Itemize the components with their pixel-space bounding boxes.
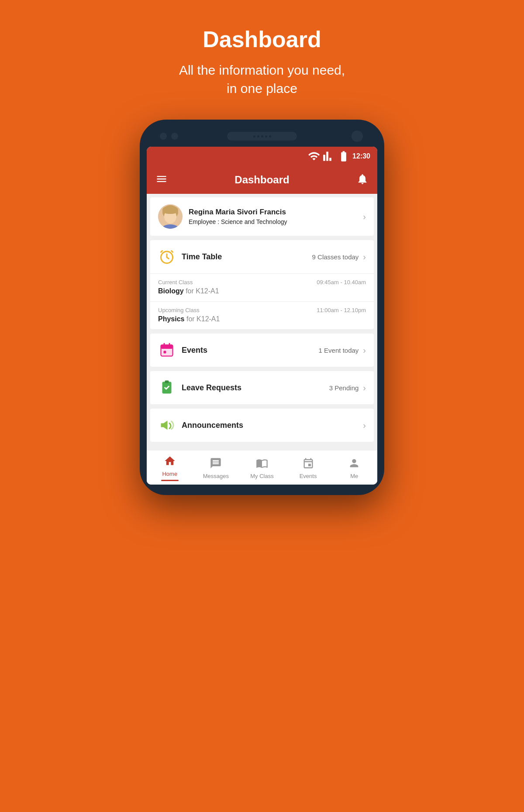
announcements-icon [158, 416, 176, 434]
svg-rect-3 [162, 206, 178, 214]
events-icon [158, 341, 176, 359]
leave-requests-section: Leave Requests 3 Pending › [150, 371, 374, 404]
app-bar-title: Dashboard [234, 174, 289, 186]
myclass-icon [256, 457, 268, 471]
nav-me-label: Me [350, 473, 358, 479]
upcoming-class-row: Upcoming Class 11:00am - 12.10pm [158, 307, 366, 313]
page-subtitle: All the information you need, in one pla… [179, 61, 345, 98]
user-chevron-icon: › [363, 212, 366, 222]
events-title: Events [182, 346, 319, 355]
nav-me[interactable]: Me [331, 457, 377, 479]
announcements-section: Announcements › [150, 409, 374, 442]
events-header[interactable]: Events 1 Event today › [150, 334, 374, 367]
announcements-header[interactable]: Announcements › [150, 409, 374, 442]
leave-requests-chevron-icon: › [363, 383, 366, 393]
events-section: Events 1 Event today › [150, 334, 374, 367]
nav-events[interactable]: Events [285, 457, 331, 479]
timetable-icon [158, 248, 176, 265]
user-info: Regina Maria Sivori Francis Employee : S… [189, 208, 363, 225]
nav-messages[interactable]: Messages [193, 457, 239, 479]
events-chevron-icon: › [363, 345, 366, 355]
sensor-2 [171, 133, 178, 140]
events-count: 1 Event today [319, 347, 359, 354]
home-icon [164, 455, 176, 469]
nav-myclass-label: My Class [250, 473, 273, 479]
svg-rect-11 [164, 351, 166, 354]
user-role: Employee : Science and Technology [189, 218, 363, 225]
user-avatar [158, 204, 183, 229]
upcoming-class-label: Upcoming Class [158, 307, 200, 313]
phone-screen: 12:30 Dashboard [147, 147, 377, 485]
page-title: Dashboard [179, 26, 345, 52]
upcoming-class-time: 11:00am - 12.10pm [317, 307, 366, 313]
phone-speaker [227, 132, 297, 141]
current-class-name: Biology for K12-A1 [158, 287, 366, 295]
phone-sensors [160, 133, 178, 140]
nav-events-label: Events [300, 473, 317, 479]
svg-marker-14 [161, 421, 168, 430]
battery-icon [338, 150, 350, 162]
messages-icon [210, 457, 222, 471]
hamburger-icon[interactable] [155, 173, 168, 187]
app-bar: Dashboard [147, 166, 377, 194]
nav-home-label: Home [162, 471, 177, 477]
phone-shell: 12:30 Dashboard [140, 120, 384, 495]
wifi-icon [308, 150, 320, 162]
current-class-for: for K12-A1 [186, 287, 219, 295]
upcoming-class-item[interactable]: Upcoming Class 11:00am - 12.10pm Physics… [150, 301, 374, 329]
leave-requests-title: Leave Requests [182, 383, 329, 392]
status-bar: 12:30 [147, 147, 377, 166]
announcements-chevron-icon: › [363, 420, 366, 430]
upcoming-class-for: for K12-A1 [186, 315, 220, 323]
announcements-title: Announcements [182, 421, 363, 430]
user-name: Regina Maria Sivori Francis [189, 208, 363, 217]
signal-icon [323, 150, 335, 162]
bell-icon[interactable] [356, 173, 369, 187]
leave-requests-header[interactable]: Leave Requests 3 Pending › [150, 371, 374, 404]
phone-camera [350, 129, 364, 143]
nav-events-icon [302, 457, 314, 471]
current-class-item[interactable]: Current Class 09:45am - 10.40am Biology … [150, 273, 374, 301]
current-class-time: 09:45am - 10.40am [317, 279, 366, 286]
timetable-chevron-icon: › [363, 252, 366, 262]
upcoming-class-name: Physics for K12-A1 [158, 315, 366, 323]
speaker-dots [253, 135, 271, 138]
user-profile-card[interactable]: Regina Maria Sivori Francis Employee : S… [150, 197, 374, 236]
svg-rect-8 [161, 345, 173, 349]
status-icons: 12:30 [308, 150, 370, 162]
current-class-label: Current Class [158, 279, 193, 286]
me-icon [348, 457, 360, 471]
nav-home[interactable]: Home [147, 455, 193, 481]
page-header: Dashboard All the information you need, … [179, 26, 345, 98]
nav-myclass[interactable]: My Class [239, 457, 285, 479]
timetable-count: 9 Classes today [312, 253, 359, 261]
bottom-nav: Home Messages My Class [147, 450, 377, 485]
home-active-indicator [161, 480, 179, 481]
timetable-header[interactable]: Time Table 9 Classes today › [150, 240, 374, 273]
leave-requests-count: 3 Pending [329, 384, 359, 392]
timetable-section: Time Table 9 Classes today › Current Cla… [150, 240, 374, 329]
current-class-row: Current Class 09:45am - 10.40am [158, 279, 366, 286]
content-area: Regina Maria Sivori Francis Employee : S… [147, 194, 377, 450]
sensor-1 [160, 133, 167, 140]
leave-requests-icon [158, 379, 176, 396]
svg-rect-13 [165, 381, 169, 383]
phone-top-bar [147, 132, 377, 141]
status-time: 12:30 [352, 152, 370, 160]
timetable-title: Time Table [182, 252, 312, 261]
nav-messages-label: Messages [203, 473, 229, 479]
